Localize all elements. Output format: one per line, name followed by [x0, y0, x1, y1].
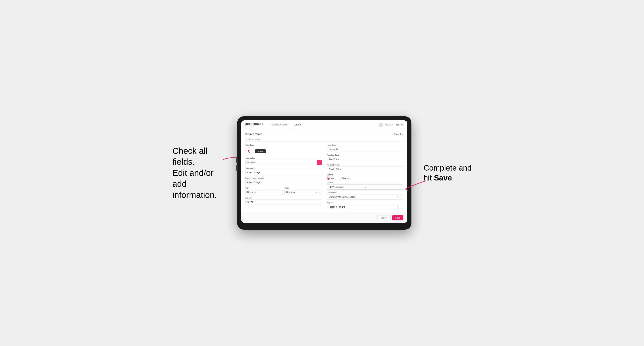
- instruction-right: Complete and hit Save.: [424, 163, 472, 183]
- team-name-input[interactable]: [245, 170, 322, 175]
- team-name-group: Team name: [245, 167, 322, 175]
- instruction-line1: Check all fields.: [172, 146, 225, 168]
- section-label: TEAM DETAILS: [245, 138, 403, 142]
- state-group: State New York ✕ ⌄: [284, 187, 322, 195]
- form-footer: Cancel Save: [241, 213, 408, 223]
- city-group: City: [245, 187, 283, 195]
- team-colour-group: Team colour: [245, 157, 322, 165]
- division-label: Division: [327, 182, 403, 184]
- division-group: Division NCAA Division III ⌄: [327, 182, 403, 189]
- mens-label: Mens: [330, 177, 335, 179]
- head-coach-group: Head Coach: [327, 144, 403, 152]
- region-group: Region Region II - (M) DIII ✕ ⌄: [327, 201, 403, 209]
- cancel-top-button[interactable]: Cancel ✕: [394, 133, 403, 136]
- color-field-wrapper: [245, 160, 322, 165]
- cancel-button[interactable]: Cancel: [378, 215, 390, 220]
- team-colour-label: Team colour: [245, 157, 322, 159]
- gender-mens-option[interactable]: Mens: [327, 177, 335, 180]
- app-header: SCOREBOARD Powered by clippd TOURNAMENTS…: [241, 120, 408, 129]
- state-arrow-icon: ⌄: [318, 191, 322, 193]
- nav-tab-tournaments[interactable]: TOURNAMENTS: [270, 121, 288, 129]
- state-select[interactable]: New York ✕ ⌄: [284, 189, 322, 195]
- arrow-right-icon: [401, 177, 428, 193]
- head-coach-label: Head Coach: [327, 144, 403, 146]
- division-arrow-icon: ⌄: [365, 186, 402, 188]
- zip-group: Zip code: [245, 197, 322, 205]
- asst-coach-group: Assistant Coach: [327, 154, 403, 162]
- conference-label: Conference: [327, 192, 403, 194]
- team-colour-input[interactable]: [245, 160, 317, 165]
- conference-select[interactable]: University Athletic Association ✕ ⌄: [327, 194, 403, 199]
- page-wrapper: Check all fields. Edit and/or add inform…: [8, 116, 636, 230]
- instruction-left: Check all fields. Edit and/or add inform…: [172, 146, 225, 201]
- head-coach-input[interactable]: [327, 147, 403, 152]
- city-input[interactable]: [245, 189, 283, 195]
- state-value: New York: [284, 191, 314, 193]
- team-logo-group: Team logo C Upload: [245, 144, 322, 155]
- gender-womens-option[interactable]: Womens: [339, 177, 350, 180]
- mens-radio-dot[interactable]: [327, 177, 330, 180]
- form-grid: Team logo C Upload Team colour: [245, 144, 403, 209]
- logo-area: SCOREBOARD Powered by clippd: [245, 123, 263, 127]
- gender-group: Gender Mens Womens: [327, 174, 403, 180]
- app-logo: SCOREBOARD: [245, 123, 263, 125]
- color-swatch[interactable]: [317, 160, 322, 165]
- instruction-right-line2: hit Save.: [424, 173, 472, 183]
- gender-row: Mens Womens: [327, 177, 403, 180]
- region-select[interactable]: Region II - (M) DIII ✕ ⌄: [327, 204, 403, 209]
- region-arrow-icon: ⌄: [399, 206, 403, 208]
- team-logo-area: C Upload: [245, 148, 322, 155]
- state-clear-icon[interactable]: ✕: [314, 191, 318, 193]
- nav-tabs: TOURNAMENTS TEAMS: [270, 121, 378, 129]
- conference-arrow-icon: ⌄: [399, 196, 403, 198]
- right-column: Head Coach Assistant Coach Athletic Dire…: [327, 144, 403, 209]
- conference-group: Conference University Athletic Associati…: [327, 192, 403, 199]
- conference-value: University Athletic Association: [327, 196, 396, 198]
- tablet-side-button: [236, 157, 238, 163]
- instruction-right-line1: Complete and: [424, 163, 472, 173]
- city-label: City: [245, 187, 283, 189]
- region-value: Region II - (M) DIII: [327, 206, 396, 208]
- womens-radio-dot[interactable]: [339, 177, 342, 180]
- app-logo-sub: Powered by clippd: [245, 125, 263, 127]
- asst-coach-input[interactable]: [327, 157, 403, 162]
- team-logo-circle: C: [245, 148, 253, 155]
- tablet-frame: SCOREBOARD Powered by clippd TOURNAMENTS…: [237, 116, 412, 230]
- region-clear-icon[interactable]: ✕: [396, 206, 399, 208]
- save-button[interactable]: Save: [392, 215, 403, 220]
- close-icon: ✕: [402, 133, 403, 136]
- user-avatar: [378, 123, 383, 127]
- division-select[interactable]: NCAA Division III ⌄: [327, 184, 403, 189]
- form-container: Create Team Cancel ✕ TEAM DETAILS Team l…: [241, 129, 408, 213]
- tablet-screen: SCOREBOARD Powered by clippd TOURNAMENTS…: [241, 120, 408, 223]
- zip-input[interactable]: [245, 199, 322, 205]
- athletic-director-group: Athletic Director: [327, 164, 403, 172]
- asst-coach-label: Assistant Coach: [327, 154, 403, 156]
- gender-label: Gender: [327, 174, 403, 176]
- nav-tab-teams[interactable]: TEAMS: [292, 121, 302, 129]
- form-title-row: Create Team Cancel ✕: [245, 133, 403, 136]
- display-name-input[interactable]: [245, 180, 322, 185]
- zip-label: Zip code: [245, 197, 322, 199]
- upload-button[interactable]: Upload: [255, 149, 266, 153]
- athletic-director-label: Athletic Director: [327, 164, 403, 166]
- city-state-row: City State New York ✕ ⌄: [245, 187, 322, 195]
- left-column: Team logo C Upload Team colour: [245, 144, 322, 209]
- display-name-label: Display name (unique): [245, 177, 322, 179]
- womens-label: Womens: [342, 177, 350, 179]
- user-name: Test User |: [385, 124, 394, 126]
- instruction-line2: Edit and/or add: [172, 168, 225, 189]
- instruction-line3: information.: [172, 189, 225, 201]
- conference-clear-icon[interactable]: ✕: [396, 196, 399, 198]
- header-right: Test User | Sign out: [378, 123, 403, 127]
- logo-letter: C: [248, 149, 250, 154]
- athletic-director-input[interactable]: [327, 167, 403, 172]
- division-value: NCAA Division III: [328, 186, 365, 188]
- sign-out-link[interactable]: Sign out: [396, 124, 404, 126]
- display-name-group: Display name (unique): [245, 177, 322, 185]
- tablet-side-button2: [236, 165, 238, 171]
- team-logo-label: Team logo: [245, 144, 322, 146]
- form-title: Create Team: [245, 133, 262, 136]
- team-name-label: Team name: [245, 167, 322, 169]
- state-label: State: [284, 187, 322, 189]
